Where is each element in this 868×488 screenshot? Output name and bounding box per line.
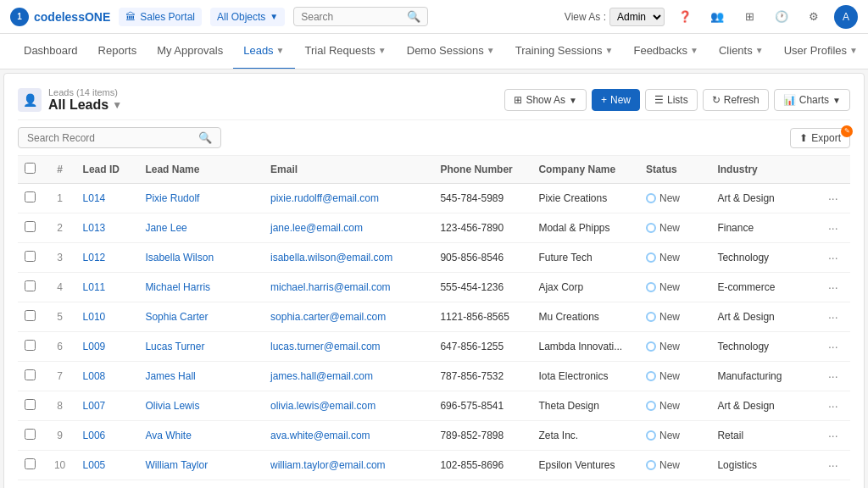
nav-trial-requests[interactable]: Trial Requests ▼ [295,34,397,69]
row-actions[interactable]: ··· [818,391,850,421]
row-lead-name[interactable]: Olivia Lewis [138,391,264,421]
row-checkbox[interactable] [18,480,44,489]
nav-demo-sessions[interactable]: Demo Sessions ▼ [397,34,505,69]
row-lead-id[interactable]: L008 [76,362,139,391]
nav-clients[interactable]: Clients ▼ [709,34,774,69]
row-checkbox[interactable] [18,302,44,332]
row-actions[interactable]: ··· [818,362,850,391]
row-actions[interactable]: ··· [818,184,850,214]
app-logo[interactable]: 1 codelessONE [10,8,110,26]
row-lead-name[interactable]: Ava White [138,421,264,451]
row-lead-name[interactable]: Emily Johnson [138,480,264,489]
history-icon[interactable]: 🕐 [770,5,793,29]
nav-user-profiles[interactable]: User Profiles ▼ [774,34,868,69]
row-lead-name[interactable]: Pixie Rudolf [138,184,264,214]
more-actions-button[interactable]: ··· [825,427,842,444]
table-row: 3 L012 Isabella Wilson isabella.wilson@e… [18,243,850,273]
row-actions[interactable]: ··· [818,243,850,273]
row-checkbox[interactable] [18,421,44,451]
row-lead-name[interactable]: Sophia Carter [138,302,264,332]
all-objects-selector[interactable]: All Objects ▼ [210,8,285,26]
row-lead-name[interactable]: Isabella Wilson [138,243,264,273]
row-email[interactable]: jane.lee@email.com [264,214,433,243]
row-lead-id[interactable]: L004 [76,480,139,489]
row-lead-id[interactable]: L014 [76,184,139,214]
row-email[interactable]: james.hall@email.com [264,362,433,391]
nav-reports[interactable]: Reports [88,34,147,69]
show-as-button[interactable]: ⊞ Show As ▼ [504,89,587,111]
row-lead-name[interactable]: James Hall [138,362,264,391]
nav-dashboard[interactable]: Dashboard [14,34,88,69]
row-actions[interactable]: ··· [818,302,850,332]
more-actions-button[interactable]: ··· [825,249,842,266]
search-input[interactable] [301,11,403,23]
row-actions[interactable]: ··· [818,273,850,302]
search-record-wrap[interactable]: 🔍 [18,127,221,148]
charts-button[interactable]: 📊 Charts ▼ [774,89,850,111]
row-actions[interactable]: ··· [818,332,850,362]
row-actions[interactable]: ··· [818,480,850,489]
select-all-checkbox[interactable] [25,163,36,174]
row-checkbox[interactable] [18,451,44,480]
portal-selector[interactable]: 🏛 Sales Portal [119,8,202,26]
row-email[interactable]: william.taylor@email.com [264,451,433,480]
row-email[interactable]: ava.white@email.com [264,421,433,451]
row-checkbox[interactable] [18,184,44,214]
row-email[interactable]: isabella.wilson@email.com [264,243,433,273]
row-email[interactable]: pixie.rudolff@email.com [264,184,433,214]
more-actions-button[interactable]: ··· [825,279,842,296]
row-checkbox[interactable] [18,362,44,391]
row-lead-name[interactable]: Lucas Turner [138,332,264,362]
row-checkbox[interactable] [18,243,44,273]
nav-training-sessions[interactable]: Training Sessions ▼ [505,34,624,69]
contacts-icon[interactable]: 👥 [705,5,729,29]
row-lead-id[interactable]: L010 [76,302,139,332]
row-lead-id[interactable]: L012 [76,243,139,273]
breadcrumb-title[interactable]: All Leads ▼ [48,97,122,113]
nav-leads[interactable]: Leads ▼ [233,34,294,69]
more-actions-button[interactable]: ··· [825,190,842,207]
search-record-input[interactable] [27,132,193,144]
row-lead-name[interactable]: William Taylor [138,451,264,480]
row-checkbox[interactable] [18,273,44,302]
export-button[interactable]: ⬆ Export ✎ [790,128,850,148]
more-actions-button[interactable]: ··· [825,457,842,474]
global-search[interactable]: 🔍 [293,7,428,26]
more-actions-button[interactable]: ··· [825,368,842,385]
view-as-select[interactable]: Admin [609,8,665,26]
more-actions-button[interactable]: ··· [825,338,842,355]
refresh-button[interactable]: ↻ Refresh [703,89,769,111]
row-lead-id[interactable]: L005 [76,451,139,480]
more-actions-button[interactable]: ··· [825,308,842,325]
row-lead-id[interactable]: L011 [76,273,139,302]
view-as-label: View As : [565,11,606,23]
row-actions[interactable]: ··· [818,214,850,243]
row-lead-id[interactable]: L013 [76,214,139,243]
help-icon[interactable]: ❓ [673,5,697,29]
row-lead-id[interactable]: L006 [76,421,139,451]
settings-icon[interactable]: ⚙ [802,5,826,29]
lists-button[interactable]: ☰ Lists [645,89,698,111]
new-button[interactable]: + New [592,89,640,111]
row-lead-id[interactable]: L009 [76,332,139,362]
row-email[interactable]: emily.johnson@email.com [264,480,433,489]
row-actions[interactable]: ··· [818,451,850,480]
more-actions-button[interactable]: ··· [825,219,842,236]
all-objects-label: All Objects [217,11,265,23]
row-email[interactable]: olivia.lewis@email.com [264,391,433,421]
more-actions-button[interactable]: ··· [825,397,842,414]
row-actions[interactable]: ··· [818,421,850,451]
row-email[interactable]: sophia.carter@email.com [264,302,433,332]
apps-icon[interactable]: ⊞ [737,5,761,29]
row-checkbox[interactable] [18,332,44,362]
row-lead-id[interactable]: L007 [76,391,139,421]
row-email[interactable]: lucas.turner@email.com [264,332,433,362]
nav-feedbacks[interactable]: Feedbacks ▼ [623,34,709,69]
nav-my-approvals[interactable]: My Approvals [147,34,233,69]
user-avatar[interactable]: A [834,5,858,29]
row-lead-name[interactable]: Michael Harris [138,273,264,302]
row-lead-name[interactable]: Jane Lee [138,214,264,243]
row-checkbox[interactable] [18,214,44,243]
row-email[interactable]: michael.harris@email.com [264,273,433,302]
row-checkbox[interactable] [18,391,44,421]
